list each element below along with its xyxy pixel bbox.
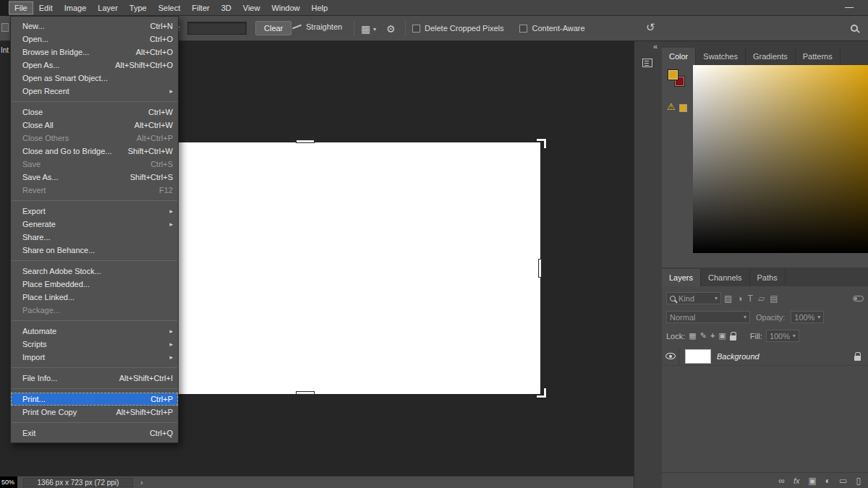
new-group-icon[interactable]: ▭ — [839, 476, 847, 485]
filter-pixel-layers-icon[interactable]: ▨ — [724, 294, 732, 303]
menu-separator — [12, 388, 177, 389]
menubar-filter[interactable]: Filter — [186, 1, 215, 14]
crop-handle-right-middle[interactable] — [538, 259, 542, 278]
menubar-help[interactable]: Help — [306, 1, 334, 14]
status-chevron-icon[interactable]: › — [140, 478, 143, 487]
checkbox-content-aware[interactable]: Content-Aware — [519, 24, 584, 33]
tab-patterns[interactable]: Patterns — [796, 48, 841, 65]
menu-item-browse-in-bridge[interactable]: Browse in Bridge...Alt+Ctrl+O — [11, 46, 178, 59]
menubar-view[interactable]: View — [237, 1, 266, 14]
menu-item-close[interactable]: CloseCtrl+W — [11, 106, 178, 119]
search-icon[interactable] — [851, 25, 858, 32]
menubar-type[interactable]: Type — [124, 1, 153, 14]
menu-item-new[interactable]: New...Ctrl+N — [11, 20, 178, 33]
layer-mask-icon[interactable]: ▣ — [808, 476, 816, 485]
lock-transparency-icon[interactable]: ▦ — [689, 332, 696, 340]
tab-gradients[interactable]: Gradients — [746, 48, 796, 65]
tab-layers[interactable]: Layers — [662, 269, 701, 286]
tab-paths[interactable]: Paths — [750, 269, 786, 286]
menu-item-open-as-smart-object[interactable]: Open as Smart Object... — [11, 72, 178, 85]
new-layer-icon[interactable]: ▯ — [856, 476, 861, 485]
filter-shape-layers-icon[interactable]: ▱ — [758, 294, 765, 303]
lock-position-icon[interactable]: + — [710, 332, 715, 340]
layers-panel-tabbar: LayersChannelsPaths — [662, 267, 868, 286]
menu-item-print-one-copy[interactable]: Print One CopyAlt+Shift+Ctrl+P — [11, 406, 178, 419]
collapse-panels-icon[interactable]: « — [653, 42, 658, 51]
collapsed-panel-icon[interactable] — [642, 59, 652, 67]
menubar-window[interactable]: Window — [265, 1, 305, 14]
menu-item-share-on-behance[interactable]: Share on Behance... — [11, 244, 178, 257]
link-layers-icon[interactable]: ∞ — [778, 476, 785, 485]
menu-item-export[interactable]: Export▸ — [11, 205, 178, 218]
gamut-swatch[interactable] — [679, 104, 687, 112]
filter-adjustment-layers-icon[interactable]: ◑ — [737, 294, 742, 303]
tab-swatches[interactable]: Swatches — [696, 48, 746, 65]
menubar-image[interactable]: Image — [59, 1, 93, 14]
menu-item-place-embedded[interactable]: Place Embedded... — [11, 278, 178, 291]
menu-item-close-and-go-to-bridge[interactable]: Close and Go to Bridge...Shift+Ctrl+W — [11, 145, 178, 158]
menu-item-close-others[interactable]: Close OthersAlt+Ctrl+P — [11, 132, 178, 145]
tool-preset-icon[interactable] — [1, 23, 9, 32]
menu-item-package[interactable]: Package... — [11, 304, 178, 317]
menu-item-generate[interactable]: Generate▸ — [11, 218, 178, 231]
menu-item-import[interactable]: Import▸ — [11, 351, 178, 364]
layer-effects-icon[interactable]: fx — [793, 476, 800, 485]
minimize-button[interactable]: — — [841, 1, 858, 14]
menu-item-file-info[interactable]: File Info...Alt+Shift+Ctrl+I — [11, 372, 178, 385]
menu-item-open-as[interactable]: Open As...Alt+Shift+Ctrl+O — [11, 59, 178, 72]
menu-item-automate[interactable]: Automate▸ — [11, 325, 178, 338]
menu-item-scripts[interactable]: Scripts▸ — [11, 338, 178, 351]
layer-filter-toggle[interactable] — [853, 296, 864, 301]
menu-item-print[interactable]: Print...Ctrl+P — [11, 393, 178, 406]
foreground-swatch[interactable] — [668, 69, 678, 80]
crop-handle-bottom-center[interactable] — [296, 391, 315, 395]
filter-type-layers-icon[interactable]: T — [748, 294, 753, 303]
checkbox-box-icon — [412, 25, 420, 33]
zoom-level-field[interactable]: 50% — [0, 476, 17, 488]
clear-button[interactable]: Clear — [255, 21, 292, 35]
overlay-grid-caret-icon[interactable]: ▾ — [373, 26, 376, 33]
crop-settings-gear-icon[interactable]: ⚙ — [386, 24, 396, 34]
crop-handle-top-right[interactable] — [537, 139, 546, 148]
reset-tool-icon[interactable]: ↺ — [646, 22, 655, 33]
lock-all-icon[interactable] — [730, 335, 736, 341]
lock-artboard-icon[interactable]: ▣ — [718, 332, 726, 340]
gamut-warning-icon[interactable]: ⚠ — [667, 101, 676, 112]
crop-handle-top-center[interactable] — [296, 140, 315, 143]
menu-item-close-all[interactable]: Close AllAlt+Ctrl+W — [11, 119, 178, 132]
filter-smart-objects-icon[interactable]: ▤ — [770, 294, 778, 303]
menu-item-save[interactable]: SaveCtrl+S — [11, 158, 178, 171]
menu-item-place-linked[interactable]: Place Linked... — [11, 291, 178, 304]
tab-channels[interactable]: Channels — [701, 269, 749, 286]
layer-thumbnail[interactable] — [685, 349, 711, 364]
straighten-button[interactable]: Straighten — [292, 22, 342, 31]
menu-item-revert[interactable]: RevertF12 — [11, 184, 178, 197]
menu-item-label: Open Recent — [22, 87, 161, 95]
menu-item-open-recent[interactable]: Open Recent▸ — [11, 85, 178, 98]
menu-item-share[interactable]: Share... — [11, 231, 178, 244]
crop-handle-bottom-right[interactable] — [537, 388, 546, 398]
layer-visibility-toggle[interactable] — [662, 347, 679, 366]
menu-item-save-as[interactable]: Save As...Shift+Ctrl+S — [11, 171, 178, 184]
layer-filter-kind-select[interactable]: Kind ▾ — [666, 292, 721, 304]
clipped-toolbar-text: Int — [1, 46, 9, 54]
adjustment-layer-icon[interactable]: ◐ — [825, 476, 830, 485]
fill-select[interactable]: 100% ▾ — [766, 330, 799, 342]
menu-item-exit[interactable]: ExitCtrl+Q — [11, 427, 178, 440]
menubar-3d[interactable]: 3D — [216, 1, 237, 14]
menubar-select[interactable]: Select — [153, 1, 187, 14]
checkbox-delete-cropped-pixels[interactable]: Delete Cropped Pixels — [412, 24, 503, 33]
opacity-select[interactable]: 100% ▾ — [791, 311, 824, 323]
lock-pixels-icon[interactable]: ✎ — [700, 332, 707, 340]
crop-ratio-input[interactable] — [187, 22, 247, 35]
color-field[interactable] — [693, 65, 868, 253]
menubar-edit[interactable]: Edit — [33, 1, 59, 14]
menu-item-open[interactable]: Open...Ctrl+O — [11, 33, 178, 46]
overlay-grid-icon[interactable]: ▦ — [361, 24, 370, 34]
blend-mode-select[interactable]: Normal ▾ — [666, 311, 750, 323]
menubar-layer[interactable]: Layer — [92, 1, 124, 14]
menubar-file[interactable]: File — [9, 1, 33, 14]
menu-item-search-adobe-stock[interactable]: Search Adobe Stock... — [11, 265, 178, 278]
layer-row-background[interactable]: Background — [662, 347, 868, 366]
tab-color[interactable]: Color — [662, 48, 696, 65]
